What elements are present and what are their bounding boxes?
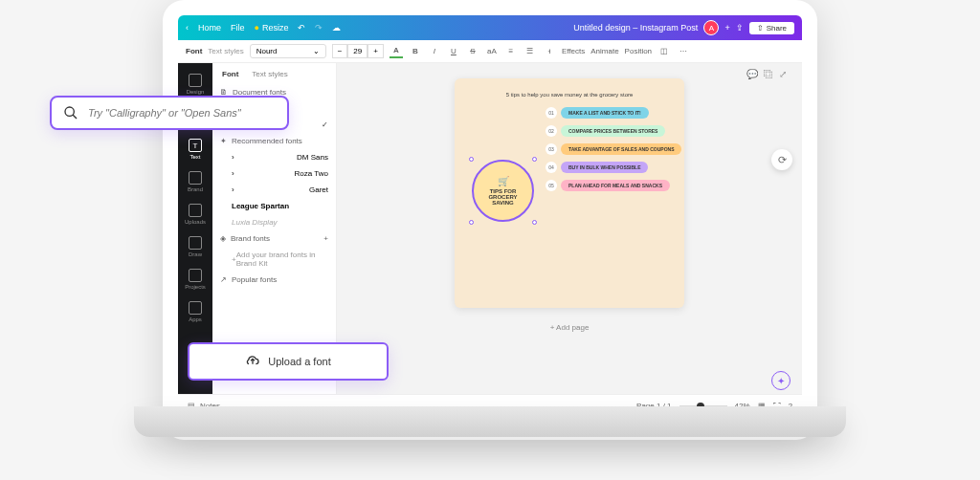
- chevron-down-icon: ⌄: [313, 47, 320, 55]
- more-icon[interactable]: ⋯: [677, 45, 690, 58]
- share-button[interactable]: ⇧Share: [749, 22, 794, 34]
- magic-icon[interactable]: ✦: [771, 371, 791, 390]
- comment-icon[interactable]: 💬: [746, 69, 758, 79]
- avatar[interactable]: A: [703, 20, 719, 35]
- tip-row[interactable]: 05PLAN AHEAD FOR MEALS AND SNACKS: [546, 180, 681, 191]
- brand-icon: ◈: [220, 234, 226, 243]
- app-topbar: ‹ Home File ● Resize ↶ ↷ ☁ Untitled desi…: [178, 15, 802, 40]
- tip-row[interactable]: 01MAKE A LIST AND STICK TO IT!: [546, 107, 681, 119]
- rail-text[interactable]: TText: [180, 134, 211, 164]
- document-title[interactable]: Untitled design – Instagram Post: [573, 23, 698, 33]
- rail-uploads[interactable]: Uploads: [180, 199, 211, 229]
- tip-row[interactable]: 02COMPARE PRICES BETWEEN STORES: [546, 125, 681, 137]
- transparency-icon[interactable]: ◫: [657, 45, 671, 58]
- rail-projects[interactable]: Projects: [180, 264, 211, 295]
- resize-button[interactable]: ● Resize: [255, 23, 289, 33]
- section-brand-fonts: ◈Brand fonts+: [212, 230, 336, 247]
- spacing-icon[interactable]: ⫞: [543, 45, 556, 58]
- duplicate-icon[interactable]: ⿻: [764, 69, 773, 79]
- font-search-input[interactable]: [88, 107, 276, 119]
- canvas-area[interactable]: 💬 ⿻ ⤢ 5 tips to help you save money at t…: [337, 63, 802, 394]
- cart-icon: 🛒: [498, 176, 509, 186]
- plus-icon[interactable]: +: [724, 23, 729, 33]
- case-icon[interactable]: aA: [485, 45, 499, 58]
- redo-icon[interactable]: ↷: [315, 23, 323, 33]
- list-icon[interactable]: ☰: [523, 45, 537, 58]
- font-item[interactable]: Luxia Display: [212, 214, 336, 230]
- font-item[interactable]: › DM Sans: [212, 149, 336, 165]
- search-callout: [50, 96, 289, 130]
- panel-tab-font[interactable]: Font: [222, 70, 238, 78]
- bold-icon[interactable]: B: [409, 45, 422, 58]
- star-icon: ✦: [220, 137, 227, 145]
- font-select[interactable]: Nourd⌄: [250, 44, 326, 58]
- hub-circle[interactable]: 🛒 TIPS FORGROCERYSAVING: [472, 160, 534, 222]
- tab-font[interactable]: Font: [186, 47, 202, 55]
- text-color-icon[interactable]: A: [390, 45, 403, 58]
- home-button[interactable]: Home: [198, 23, 221, 33]
- brand-kit-hint[interactable]: + Add your brand fonts in Brand Kit: [212, 247, 336, 272]
- svg-point-0: [65, 107, 74, 116]
- font-item[interactable]: League Spartan: [212, 198, 336, 214]
- tip-row[interactable]: 03TAKE ADVANTAGE OF SALES AND COUPONS: [546, 143, 681, 155]
- undo-icon[interactable]: ↶: [298, 23, 305, 33]
- font-item[interactable]: › Garet: [212, 182, 336, 198]
- check-icon: ✓: [322, 120, 328, 129]
- section-popular-fonts: ↗Popular fonts: [212, 272, 336, 288]
- font-item[interactable]: › Roza Two: [212, 165, 336, 182]
- font-size-stepper[interactable]: −29+: [332, 44, 384, 58]
- expand-icon[interactable]: ⤢: [779, 69, 787, 79]
- rail-brand[interactable]: Brand: [180, 166, 211, 197]
- design-canvas[interactable]: 5 tips to help you save money at the gro…: [455, 78, 684, 308]
- position-button[interactable]: Position: [625, 47, 652, 55]
- underline-icon[interactable]: U: [447, 45, 460, 58]
- italic-icon[interactable]: I: [428, 45, 441, 58]
- effects-button[interactable]: Effects: [562, 47, 585, 55]
- section-recommended: ✦Recommended fonts: [212, 133, 336, 149]
- file-button[interactable]: File: [231, 23, 245, 33]
- animate-button[interactable]: Animate: [590, 47, 618, 55]
- align-icon[interactable]: ≡: [504, 45, 518, 58]
- svg-line-1: [73, 115, 77, 119]
- panel-tab-styles[interactable]: Text styles: [252, 70, 287, 78]
- tip-row[interactable]: 04BUY IN BULK WHEN POSSIBLE: [546, 162, 681, 173]
- add-page-button[interactable]: + Add page: [537, 319, 603, 336]
- chevron-left-icon[interactable]: ‹: [186, 23, 189, 33]
- canvas-headline[interactable]: 5 tips to help you save money at the gro…: [468, 92, 671, 98]
- strikethrough-icon[interactable]: S: [466, 45, 479, 58]
- cloud-sync-icon: ☁: [332, 23, 341, 33]
- upload-font-button[interactable]: Upload a font: [188, 342, 389, 381]
- plus-icon[interactable]: +: [323, 234, 328, 243]
- cloud-upload-icon: [245, 354, 260, 369]
- trending-icon: ↗: [220, 275, 227, 284]
- analytics-icon[interactable]: ⇪: [736, 23, 744, 33]
- rail-apps[interactable]: Apps: [180, 296, 211, 327]
- tab-text-styles[interactable]: Text styles: [208, 47, 243, 55]
- rail-draw[interactable]: Draw: [180, 231, 211, 262]
- floating-action-icon[interactable]: ⟳: [771, 149, 792, 170]
- search-icon: [63, 105, 78, 120]
- text-toolbar: Font Text styles Nourd⌄ −29+ A B I U S a…: [178, 40, 802, 63]
